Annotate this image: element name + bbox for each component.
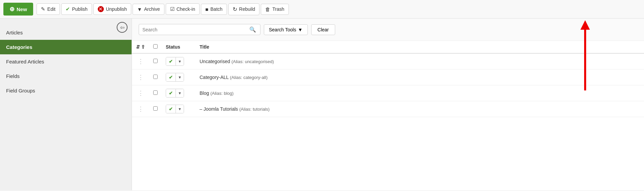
new-button[interactable]: ⊕ New	[3, 3, 33, 16]
sort-arrows[interactable]: ⇵ ⇧	[136, 44, 145, 50]
status-toggle-button[interactable]: ✔	[166, 89, 176, 97]
row-alias: (Alias: uncategorised)	[231, 59, 274, 64]
status-btn-group: ✔ ▼	[166, 89, 184, 98]
row-status-cell: ✔ ▼	[162, 101, 196, 117]
rebuild-label: Rebuild	[239, 6, 255, 12]
edit-button[interactable]: ✎ Edit	[37, 3, 60, 15]
trash-label: Trash	[272, 6, 284, 12]
search-tools-button[interactable]: Search Tools ▼	[264, 24, 308, 35]
checkin-button[interactable]: ☑ Check-in	[166, 3, 200, 15]
sidebar-item-articles[interactable]: Articles	[0, 25, 132, 40]
toolbar: ⊕ New ✎ Edit ✔ Publish ✕ Unpublish ▼ Arc…	[0, 0, 644, 19]
col-title-header: Title	[196, 41, 644, 53]
row-status-cell: ✔ ▼	[162, 85, 196, 101]
status-dropdown-button[interactable]: ▼	[176, 105, 184, 113]
select-all-checkbox[interactable]	[153, 44, 158, 49]
row-title-cell: Blog (Alias: blog)	[196, 85, 644, 101]
clear-label: Clear	[318, 27, 329, 32]
row-checkbox[interactable]	[153, 90, 158, 95]
table-row: ⋮ ✔ ▼ Uncategorised (Alias: uncategorise…	[132, 53, 644, 70]
edit-label: Edit	[47, 6, 55, 12]
status-btn-group: ✔ ▼	[166, 73, 184, 82]
search-icon: 🔍	[249, 27, 256, 32]
unpublish-label: Unpublish	[106, 6, 127, 12]
checkin-icon: ☑	[170, 6, 175, 12]
archive-icon: ▼	[137, 6, 142, 12]
plus-icon: ⊕	[9, 5, 15, 13]
publish-label: Publish	[72, 6, 88, 12]
content-area: 🔍 Search Tools ▼ Clear ⇵ ⇧	[132, 19, 644, 190]
row-checkbox-cell	[149, 70, 162, 85]
sidebar-item-categories[interactable]: Categories	[0, 40, 132, 54]
table-row: ⋮ ✔ ▼ Blog (Alias: blog)	[132, 85, 644, 101]
row-alias: (Alias: tutorials)	[239, 107, 270, 112]
trash-button[interactable]: 🗑 Trash	[261, 4, 289, 15]
sidebar-item-field-groups[interactable]: Field Groups	[0, 83, 132, 98]
sidebar-item-featured-articles[interactable]: Featured Articles	[0, 54, 132, 69]
search-input[interactable]	[142, 27, 249, 32]
checkin-label: Check-in	[177, 6, 195, 12]
row-alias: (Alias: blog)	[210, 91, 234, 96]
publish-button[interactable]: ✔ Publish	[61, 3, 92, 15]
row-title[interactable]: – Joomla Tutorials	[200, 106, 238, 112]
status-dropdown-button[interactable]: ▼	[176, 73, 184, 81]
unpublish-button[interactable]: ✕ Unpublish	[93, 3, 131, 15]
drag-handle[interactable]: ⋮	[132, 70, 149, 85]
sort-down-icon: ⇵	[136, 44, 140, 50]
batch-label: Batch	[210, 6, 223, 12]
table-row: ⋮ ✔ ▼ Category-ALL (Alias: category-all)	[132, 70, 644, 85]
col-status-header: Status	[162, 41, 196, 53]
batch-button[interactable]: ■ Batch	[201, 4, 227, 15]
rebuild-button[interactable]: ↻ Rebuild	[228, 3, 259, 15]
batch-icon: ■	[205, 6, 208, 12]
status-btn-group: ✔ ▼	[166, 57, 184, 66]
row-title-cell: Category-ALL (Alias: category-all)	[196, 70, 644, 85]
sidebar-nav: Articles Categories Featured Articles Fi…	[0, 25, 132, 98]
row-title-cell: Uncategorised (Alias: uncategorised)	[196, 53, 644, 70]
col-check-header	[149, 41, 162, 53]
edit-icon: ✎	[41, 6, 45, 12]
clear-button[interactable]: Clear	[311, 24, 335, 35]
drag-handle[interactable]: ⋮	[132, 53, 149, 70]
status-toggle-button[interactable]: ✔	[166, 73, 176, 81]
row-checkbox[interactable]	[153, 75, 158, 79]
status-btn-group: ✔ ▼	[166, 105, 184, 113]
row-checkbox[interactable]	[153, 106, 158, 111]
sort-up-icon: ⇧	[141, 44, 145, 50]
col-drag-header: ⇵ ⇧	[132, 41, 149, 53]
row-checkbox-cell	[149, 53, 162, 70]
search-tools-label: Search Tools	[269, 27, 296, 32]
row-checkbox-cell	[149, 101, 162, 117]
row-title[interactable]: Uncategorised	[200, 59, 230, 64]
search-tools-dropdown-icon: ▼	[298, 27, 303, 32]
row-title[interactable]: Category-ALL	[200, 75, 229, 80]
drag-handle[interactable]: ⋮	[132, 85, 149, 101]
back-icon: ⇦	[120, 24, 124, 31]
trash-icon: 🗑	[265, 6, 270, 12]
unpublish-icon: ✕	[98, 6, 104, 12]
archive-label: Archive	[144, 6, 160, 12]
publish-icon: ✔	[66, 6, 70, 12]
row-title-cell: – Joomla Tutorials (Alias: tutorials)	[196, 101, 644, 117]
status-toggle-button[interactable]: ✔	[166, 57, 176, 65]
row-status-cell: ✔ ▼	[162, 53, 196, 70]
categories-table: ⇵ ⇧ Status Title ⋮	[132, 41, 644, 117]
sidebar-item-fields[interactable]: Fields	[0, 69, 132, 83]
drag-handle[interactable]: ⋮	[132, 101, 149, 117]
main-layout: ⇦ Articles Categories Featured Articles …	[0, 19, 644, 190]
status-toggle-button[interactable]: ✔	[166, 105, 176, 113]
sidebar: ⇦ Articles Categories Featured Articles …	[0, 19, 132, 190]
archive-button[interactable]: ▼ Archive	[133, 4, 164, 15]
search-submit-button[interactable]: 🔍	[249, 26, 257, 33]
search-area: 🔍 Search Tools ▼ Clear	[132, 19, 644, 41]
row-checkbox-cell	[149, 85, 162, 101]
new-label: New	[17, 6, 27, 12]
row-title[interactable]: Blog	[200, 90, 209, 96]
row-checkbox[interactable]	[153, 59, 158, 63]
row-status-cell: ✔ ▼	[162, 70, 196, 85]
status-dropdown-button[interactable]: ▼	[176, 57, 184, 65]
back-button[interactable]: ⇦	[117, 22, 128, 33]
status-dropdown-button[interactable]: ▼	[176, 89, 184, 97]
table-row: ⋮ ✔ ▼ – Joomla Tutorials (Alias: tutoria…	[132, 101, 644, 117]
search-input-wrap: 🔍	[139, 24, 260, 35]
